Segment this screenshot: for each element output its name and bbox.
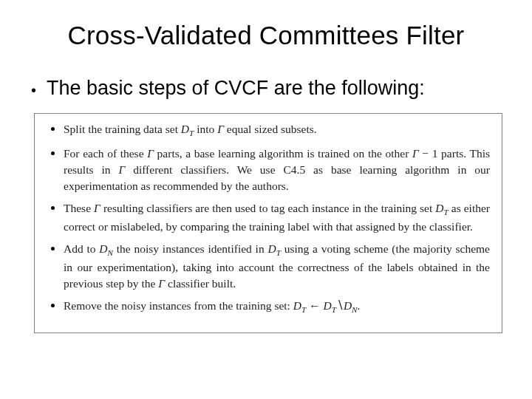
list-item: Add to DN the noisy instances identified… [47, 241, 490, 292]
list-item: These Γ resulting classifiers are then u… [47, 200, 490, 235]
list-item: For each of these Γ parts, a base learni… [47, 146, 490, 194]
intro-text: The basic steps of CVCF are the followin… [47, 77, 425, 100]
intro-row: • The basic steps of CVCF are the follow… [31, 77, 505, 100]
slide-title: Cross-Validated Committees Filter [27, 21, 505, 50]
bullet-icon [51, 151, 55, 155]
step-text: Remove the noisy instances from the trai… [64, 298, 490, 316]
step-text: Add to DN the noisy instances identified… [64, 241, 490, 292]
bullet-icon: • [31, 83, 36, 98]
list-item: Remove the noisy instances from the trai… [47, 298, 490, 316]
bullet-icon [51, 206, 55, 210]
step-text: Split the training data set DT into Γ eq… [64, 121, 490, 140]
bullet-icon [51, 127, 55, 131]
steps-box: Split the training data set DT into Γ eq… [34, 113, 502, 333]
bullet-icon [51, 304, 55, 307]
list-item: Split the training data set DT into Γ eq… [47, 121, 490, 140]
step-text: These Γ resulting classifiers are then u… [64, 200, 490, 235]
steps-list: Split the training data set DT into Γ eq… [47, 121, 490, 316]
bullet-icon [51, 247, 55, 250]
step-text: For each of these Γ parts, a base learni… [64, 146, 490, 194]
slide: Cross-Validated Committees Filter • The … [0, 0, 532, 399]
